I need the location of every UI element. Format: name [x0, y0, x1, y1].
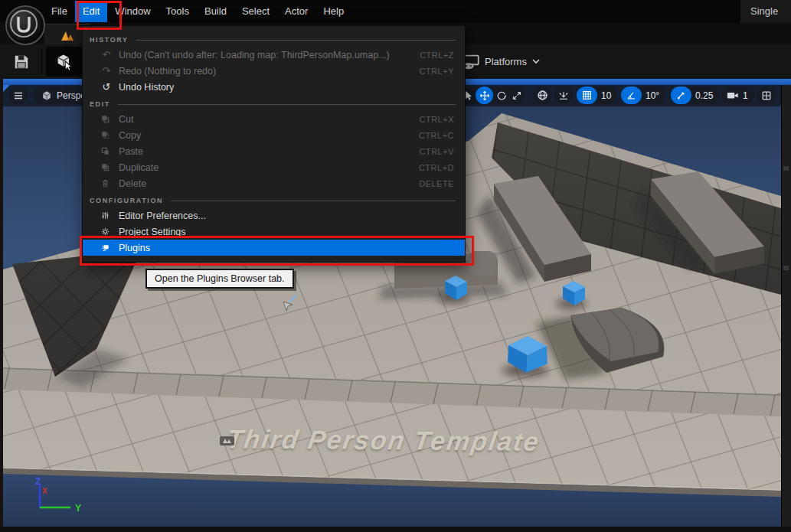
axis-z-label: Z [35, 477, 41, 487]
viewport-options-button[interactable] [9, 86, 28, 104]
viewport-corner-marker [3, 85, 10, 92]
mouse-cursor [280, 293, 300, 313]
collapsed-tab-icon[interactable]: ▤ [783, 264, 789, 271]
collapsed-panel-strip[interactable]: ▤ ▤ [781, 85, 791, 527]
unreal-logo-icon [5, 5, 45, 45]
layout-tab[interactable]: Single [740, 0, 791, 23]
platforms-dropdown[interactable]: Platforms [463, 47, 540, 77]
quad-view-button[interactable] [757, 86, 776, 104]
section-title: EDIT [90, 100, 110, 108]
select-mode-button[interactable] [46, 47, 82, 77]
toolbar-separator [41, 49, 42, 74]
menu-edit[interactable]: Edit [75, 1, 107, 22]
angle-snap-icon [626, 90, 636, 100]
scale-snap-value: 0.25 [691, 90, 719, 101]
edit-menu-panel: HISTORY ↶ Undo (Can't undo after: Loadin… [82, 25, 466, 263]
menu-item-editor-preferences[interactable]: Editor Preferences... [83, 207, 465, 224]
axis-gizmo: Z X Y [25, 477, 109, 523]
scale-snap-toggle[interactable] [671, 86, 691, 104]
menu-actor[interactable]: Actor [277, 1, 315, 22]
menu-file[interactable]: File [44, 1, 75, 22]
copy-icon [100, 130, 113, 140]
rotation-snap-control[interactable]: 10° [621, 86, 665, 104]
world-coordinate-button[interactable] [533, 86, 551, 104]
undo-history-icon: ↺ [100, 82, 113, 93]
scale-snap-icon [676, 90, 686, 100]
scale-snap-control[interactable]: 0.25 [671, 86, 719, 104]
menu-tools[interactable]: Tools [159, 1, 197, 22]
menu-item-duplicate: Duplicate CTRL+D [83, 159, 465, 175]
hamburger-icon [14, 92, 23, 100]
save-button[interactable] [5, 47, 38, 77]
menu-item-redo: ↷ Redo (Nothing to redo) CTRL+Y [83, 63, 465, 79]
grid-snap-value: 10 [597, 90, 617, 101]
menu-bar: File Edit Window Tools Build Select Acto… [0, 0, 791, 23]
rotate-tool-button[interactable] [493, 86, 509, 104]
menu-item-delete: Delete DELETE [83, 175, 465, 191]
scale-icon [512, 90, 522, 101]
platforms-label: Platforms [485, 56, 527, 67]
camera-speed-control[interactable]: 1 [721, 86, 754, 104]
paste-icon [100, 146, 113, 156]
grid-snap-control[interactable]: 10 [577, 86, 617, 104]
surface-snapping-button[interactable] [554, 86, 573, 104]
cut-icon [100, 114, 113, 124]
menu-item-undo-history[interactable]: ↺ Undo History [83, 79, 465, 95]
axis-x-label: X [42, 487, 47, 495]
surface-snap-icon [558, 90, 569, 101]
redo-icon: ↷ [100, 66, 113, 77]
menu-build[interactable]: Build [197, 1, 234, 22]
gear-icon [100, 227, 113, 237]
text-billboard-icon [220, 436, 235, 446]
scale-tool-button[interactable] [509, 86, 525, 104]
rotation-snap-value: 10° [642, 90, 665, 101]
menu-help[interactable]: Help [315, 1, 351, 22]
menu-select[interactable]: Select [234, 1, 277, 22]
menu-item-paste: Paste CTRL+V [83, 143, 465, 159]
window-bottom-edge [0, 527, 791, 532]
rotate-icon [496, 90, 507, 101]
camera-speed-value: 1 [739, 90, 754, 101]
duplicate-icon [100, 162, 113, 172]
window-left-edge [0, 79, 3, 532]
save-icon [13, 54, 30, 70]
plugin-icon [100, 243, 113, 253]
section-title: CONFIGURATION [90, 197, 163, 204]
move-tool-button[interactable] [476, 86, 493, 104]
rotation-snap-toggle[interactable] [621, 86, 642, 104]
grid-snap-toggle[interactable] [577, 86, 597, 104]
menu-section-history: HISTORY [83, 33, 465, 47]
quad-grid-icon [761, 90, 772, 101]
globe-icon [537, 90, 548, 101]
move-icon [479, 90, 490, 101]
trash-icon [100, 178, 113, 188]
menu-item-undo: ↶ Undo (Can't undo after: Loading map: T… [83, 47, 465, 63]
floor-text: Third Person Template [224, 424, 541, 457]
unreal-editor-window: File Edit Window Tools Build Select Acto… [0, 0, 791, 532]
plugins-tooltip: Open the Plugins Browser tab. [145, 269, 294, 289]
sliders-icon [100, 211, 113, 220]
menu-item-plugins[interactable]: Plugins [83, 240, 465, 256]
menu-window[interactable]: Window [107, 1, 158, 22]
collapsed-tab-icon[interactable]: ▤ [783, 165, 789, 171]
level-tab-icon [60, 29, 75, 41]
undo-icon: ↶ [100, 50, 113, 60]
mode-cube-cursor-icon [55, 53, 74, 71]
menu-item-project-settings[interactable]: Project Settings [83, 224, 465, 240]
transform-tools-group [460, 86, 525, 104]
menu-item-copy: Copy CTRL+C [83, 127, 465, 143]
camera-icon [727, 90, 739, 100]
chevron-down-icon [532, 59, 540, 64]
menu-item-cut: Cut CTRL+X [83, 111, 465, 127]
grid-snap-icon [582, 90, 592, 100]
menu-section-edit: EDIT [83, 97, 465, 111]
menu-section-configuration: CONFIGURATION [83, 194, 465, 207]
perspective-cube-icon [41, 90, 52, 101]
section-title: HISTORY [90, 36, 129, 44]
axis-y-label: Y [75, 503, 81, 514]
